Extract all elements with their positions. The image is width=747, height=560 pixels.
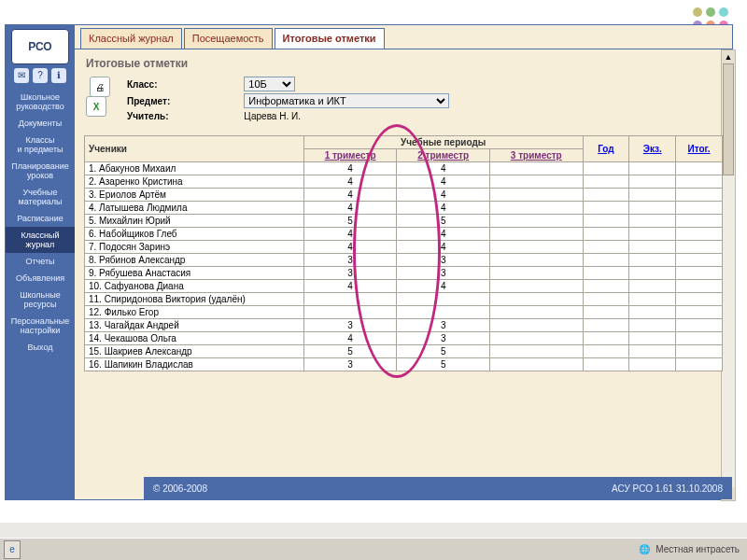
grade-p2[interactable]: 4 [397, 202, 490, 215]
tab-2[interactable]: Итоговые отметки [275, 28, 385, 49]
grade-p3[interactable] [489, 319, 583, 332]
student-name[interactable]: 15. Шакриев Александр [85, 345, 304, 358]
grade-p1[interactable]: 4 [303, 241, 397, 254]
student-name[interactable]: 12. Филько Егор [85, 306, 304, 319]
grade-p2[interactable]: 3 [397, 267, 490, 280]
grade-p3[interactable] [489, 202, 583, 215]
grade-p1[interactable] [303, 306, 397, 319]
grade-p2[interactable]: 4 [397, 228, 490, 241]
grade-final[interactable] [676, 345, 723, 358]
student-name[interactable]: 16. Шапикин Владислав [85, 358, 304, 371]
grade-p3[interactable] [489, 189, 583, 202]
grade-exam[interactable] [629, 202, 676, 215]
grade-p2[interactable]: 5 [397, 345, 490, 358]
grade-p2[interactable]: 5 [397, 215, 490, 228]
sidebar-item-7[interactable]: Отчеты [6, 253, 75, 270]
grade-exam[interactable] [629, 254, 676, 267]
grade-year[interactable] [583, 162, 629, 175]
grade-exam[interactable] [629, 189, 676, 202]
grade-p2[interactable] [397, 293, 490, 306]
grade-p2[interactable]: 3 [397, 254, 490, 267]
grade-year[interactable] [583, 332, 629, 345]
sidebar-item-5[interactable]: Расписание [6, 210, 75, 227]
sidebar-item-9[interactable]: Школьныересурсы [6, 287, 75, 313]
grade-exam[interactable] [629, 293, 676, 306]
grade-exam[interactable] [629, 345, 676, 358]
grade-p2[interactable]: 4 [397, 280, 490, 293]
grade-exam[interactable] [629, 267, 676, 280]
grade-p3[interactable] [489, 215, 583, 228]
col-exam[interactable]: Экз. [643, 144, 662, 154]
grade-p3[interactable] [489, 345, 583, 358]
col-year[interactable]: Год [598, 144, 614, 154]
grade-p2[interactable]: 4 [397, 189, 490, 202]
grade-p2[interactable]: 3 [397, 332, 490, 345]
grade-p3[interactable] [489, 280, 583, 293]
grade-p3[interactable] [489, 175, 583, 189]
grade-year[interactable] [583, 254, 629, 267]
grade-year[interactable] [583, 189, 629, 202]
grade-exam[interactable] [629, 358, 676, 371]
sidebar-item-0[interactable]: Школьноеруководство [6, 89, 75, 115]
grade-p1[interactable]: 5 [303, 345, 397, 358]
grade-final[interactable] [676, 175, 723, 189]
grade-year[interactable] [583, 228, 629, 241]
grade-final[interactable] [676, 319, 723, 332]
grade-p2[interactable]: 4 [397, 241, 490, 254]
grade-exam[interactable] [629, 175, 676, 189]
grade-p2[interactable]: 4 [397, 175, 490, 189]
grade-p3[interactable] [489, 254, 583, 267]
tab-1[interactable]: Посещаемость [184, 28, 273, 49]
grade-final[interactable] [676, 358, 723, 371]
grade-p3[interactable] [489, 228, 583, 241]
grade-year[interactable] [583, 241, 629, 254]
student-name[interactable]: 10. Сафуанова Диана [85, 280, 304, 293]
grade-p1[interactable]: 4 [303, 332, 397, 345]
grade-year[interactable] [583, 267, 629, 280]
col-trimester-1[interactable]: 1 триместр [325, 150, 376, 161]
grade-final[interactable] [676, 254, 723, 267]
grade-year[interactable] [583, 175, 629, 189]
grade-p2[interactable]: 3 [397, 319, 490, 332]
student-name[interactable]: 5. Михайлин Юрий [85, 215, 304, 228]
grade-p1[interactable]: 3 [303, 267, 397, 280]
sidebar-item-10[interactable]: Персональныенастройки [6, 313, 75, 339]
grade-final[interactable] [676, 267, 723, 280]
grade-p2[interactable]: 5 [397, 358, 490, 371]
grade-p3[interactable] [489, 358, 583, 371]
subject-select[interactable]: Информатика и ИКТ [244, 93, 449, 108]
col-final[interactable]: Итог. [688, 144, 711, 154]
grade-p1[interactable]: 4 [303, 162, 397, 175]
grade-final[interactable] [676, 215, 723, 228]
grade-exam[interactable] [629, 215, 676, 228]
grade-final[interactable] [676, 280, 723, 293]
grade-p3[interactable] [489, 267, 583, 280]
grade-final[interactable] [676, 241, 723, 254]
taskbar-app-ie[interactable]: e [4, 540, 21, 559]
grade-p1[interactable]: 4 [303, 202, 397, 215]
grade-p3[interactable] [489, 332, 583, 345]
grade-exam[interactable] [629, 306, 676, 319]
grade-p2[interactable] [397, 306, 490, 319]
help-icon[interactable]: ? [33, 68, 48, 83]
print-button[interactable]: 🖨 [90, 77, 110, 97]
student-name[interactable]: 14. Чекашова Ольга [85, 332, 304, 345]
sidebar-item-2[interactable]: Классыи предметы [6, 132, 75, 158]
grade-exam[interactable] [629, 280, 676, 293]
grade-p1[interactable] [303, 293, 397, 306]
student-name[interactable]: 11. Спиридонова Виктория (удалён) [85, 293, 304, 306]
grade-year[interactable] [583, 358, 629, 371]
info-icon[interactable]: ℹ [51, 68, 66, 83]
grade-p1[interactable]: 4 [303, 228, 397, 241]
grade-final[interactable] [676, 293, 723, 306]
sidebar-item-4[interactable]: Учебныематериалы [6, 184, 75, 210]
col-trimester-3[interactable]: 3 триместр [511, 150, 562, 161]
student-name[interactable]: 2. Азаренко Кристина [85, 175, 304, 189]
grade-final[interactable] [676, 306, 723, 319]
grade-p1[interactable]: 4 [303, 189, 397, 202]
student-name[interactable]: 6. Набойщиков Глеб [85, 228, 304, 241]
grade-exam[interactable] [629, 332, 676, 345]
sidebar-item-3[interactable]: Планированиеуроков [6, 158, 75, 184]
grade-year[interactable] [583, 345, 629, 358]
grade-year[interactable] [583, 280, 629, 293]
